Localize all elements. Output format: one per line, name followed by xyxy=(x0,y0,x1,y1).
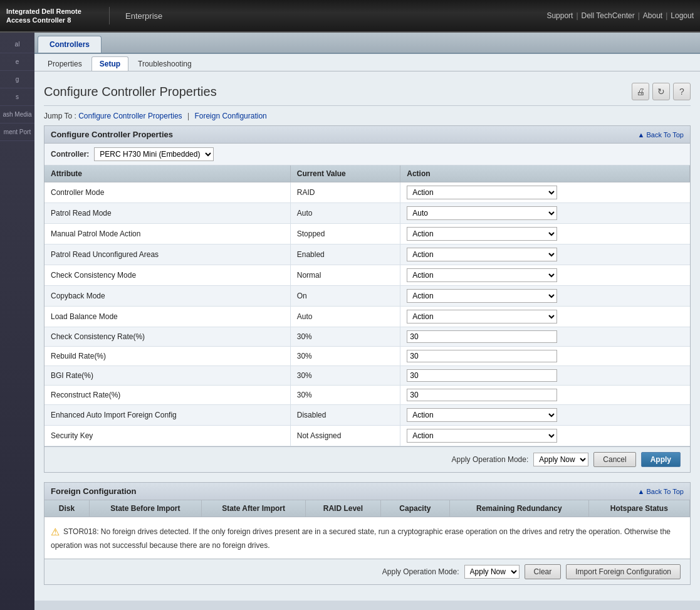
rate-input[interactable] xyxy=(407,330,557,343)
clear-button[interactable]: Clear xyxy=(525,564,562,579)
main-content: Controllers Properties Setup Troubleshoo… xyxy=(34,33,700,610)
attributes-table: Attribute Current Value Action Controlle… xyxy=(44,166,690,446)
sidebar-item-4[interactable]: ash Media xyxy=(0,106,34,124)
table-row: Check Consistency ModeNormalAction xyxy=(44,265,690,286)
tab-bar: Controllers xyxy=(34,33,700,54)
current-value: Normal xyxy=(290,265,400,286)
sub-tab-troubleshooting[interactable]: Troubleshooting xyxy=(130,56,200,71)
action-select[interactable]: Action xyxy=(407,248,557,261)
action-select[interactable]: Auto xyxy=(407,206,557,220)
support-link[interactable]: Support xyxy=(546,11,573,20)
table-row: Security KeyNot AssignedAction xyxy=(44,426,690,446)
col-action: Action xyxy=(400,166,690,182)
sidebar-item-5[interactable]: ment Port xyxy=(0,124,34,141)
action-select[interactable]: Action xyxy=(407,429,557,443)
rate-input[interactable] xyxy=(407,389,557,401)
rate-input[interactable] xyxy=(407,369,557,382)
attr-name: Check Consistency Rate(%) xyxy=(44,327,290,347)
warning-text: STOR018: No foreign drives detected. If … xyxy=(51,527,671,550)
sub-tab-properties[interactable]: Properties xyxy=(39,56,90,71)
controller-label: Controller: xyxy=(51,150,89,159)
action-select[interactable]: Action xyxy=(407,268,557,282)
techcenter-link[interactable]: Dell TechCenter xyxy=(582,11,635,20)
attr-name: Enhanced Auto Import Foreign Config xyxy=(44,405,290,426)
sidebar-item-0[interactable]: al xyxy=(0,36,34,53)
action-cell: Auto xyxy=(400,203,690,224)
table-row: Reconstruct Rate(%)30% xyxy=(44,386,690,405)
sidebar-item-2[interactable]: g xyxy=(0,71,34,88)
action-cell xyxy=(400,327,690,347)
current-value: 30% xyxy=(290,366,400,386)
table-row: Patrol Read Unconfigured AreasEnabledAct… xyxy=(44,245,690,265)
action-select[interactable]: Action xyxy=(407,408,557,422)
sub-tab-setup[interactable]: Setup xyxy=(91,56,128,71)
current-value: Enabled xyxy=(290,245,400,265)
current-value: Disabled xyxy=(290,405,400,426)
layout: al e g s ash Media ment Port Controllers… xyxy=(0,33,700,610)
table-header-row: Attribute Current Value Action xyxy=(44,166,690,182)
breadcrumb-link-foreign[interactable]: Foreign Configuration xyxy=(194,112,266,120)
current-value: RAID xyxy=(290,182,400,203)
help-icon[interactable]: ? xyxy=(673,83,691,100)
print-icon[interactable]: 🖨 xyxy=(632,83,649,100)
cancel-button[interactable]: Cancel xyxy=(593,452,635,467)
current-value: On xyxy=(290,286,400,307)
sidebar-item-1[interactable]: e xyxy=(0,53,34,71)
foreign-col-capacity: Capacity xyxy=(380,500,449,517)
rate-input[interactable] xyxy=(407,350,557,362)
action-cell: Action xyxy=(400,307,690,327)
warning-message: ⚠STOR018: No foreign drives detected. If… xyxy=(44,517,690,559)
configure-op-mode-select[interactable]: Apply Now xyxy=(533,453,588,466)
action-cell: Action xyxy=(400,182,690,203)
tab-controllers[interactable]: Controllers xyxy=(38,36,102,53)
action-cell xyxy=(400,347,690,366)
current-value: Auto xyxy=(290,203,400,224)
col-current-value: Current Value xyxy=(290,166,400,182)
sidebar: al e g s ash Media ment Port xyxy=(0,33,34,610)
attr-name: Security Key xyxy=(44,426,290,446)
action-cell: Action xyxy=(400,245,690,265)
apply-button[interactable]: Apply xyxy=(641,452,681,467)
attr-name: Rebuild Rate(%) xyxy=(44,347,290,366)
attr-name: Patrol Read Mode xyxy=(44,203,290,224)
action-select[interactable]: Action xyxy=(407,186,557,199)
header-product: Enterprise xyxy=(119,11,546,21)
breadcrumb-link-configure[interactable]: Configure Controller Properties xyxy=(78,112,182,120)
header: Integrated Dell Remote Access Controller… xyxy=(0,0,700,33)
about-link[interactable]: About xyxy=(643,11,662,20)
action-cell xyxy=(400,386,690,405)
foreign-col-state-before: State Before Import xyxy=(89,500,201,517)
current-value: 30% xyxy=(290,386,400,405)
table-row: Rebuild Rate(%)30% xyxy=(44,347,690,366)
attr-name: Copyback Mode xyxy=(44,286,290,307)
foreign-col-hotspare: Hotspare Status xyxy=(588,500,689,517)
action-select[interactable]: Action xyxy=(407,227,557,241)
table-row: Copyback ModeOnAction xyxy=(44,286,690,307)
configure-section-header: Configure Controller Properties Back To … xyxy=(44,126,690,144)
attr-name: Patrol Read Unconfigured Areas xyxy=(44,245,290,265)
configure-back-to-top[interactable]: Back To Top xyxy=(638,131,684,139)
attr-table-body: Controller ModeRAIDActionPatrol Read Mod… xyxy=(44,182,690,446)
refresh-icon[interactable]: ↻ xyxy=(652,83,670,100)
current-value: 30% xyxy=(290,327,400,347)
sidebar-item-3[interactable]: s xyxy=(0,88,34,106)
controller-select[interactable]: PERC H730 Mini (Embedded) xyxy=(94,147,214,161)
current-value: 30% xyxy=(290,347,400,366)
current-value: Auto xyxy=(290,307,400,327)
breadcrumb: Jump To : Configure Controller Propertie… xyxy=(44,109,691,125)
foreign-op-mode-label: Apply Operation Mode: xyxy=(382,567,459,576)
page-icons: 🖨 ↻ ? xyxy=(632,83,691,100)
breadcrumb-label: Jump To : xyxy=(44,112,76,120)
import-foreign-button[interactable]: Import Foreign Configuration xyxy=(566,564,681,579)
foreign-section-header: Foreign Configuration Back To Top xyxy=(44,483,690,500)
foreign-op-mode-select[interactable]: Apply Now xyxy=(464,565,520,579)
table-row: Patrol Read ModeAutoAuto xyxy=(44,203,690,224)
action-select[interactable]: Action xyxy=(407,310,557,323)
logout-link[interactable]: Logout xyxy=(671,11,694,20)
foreign-back-to-top[interactable]: Back To Top xyxy=(638,488,684,495)
foreign-col-disk: Disk xyxy=(44,500,89,517)
table-row: Check Consistency Rate(%)30% xyxy=(44,327,690,347)
table-row: Load Balance ModeAutoAction xyxy=(44,307,690,327)
action-select[interactable]: Action xyxy=(407,289,557,303)
page-title-bar: Configure Controller Properties 🖨 ↻ ? xyxy=(44,78,691,106)
